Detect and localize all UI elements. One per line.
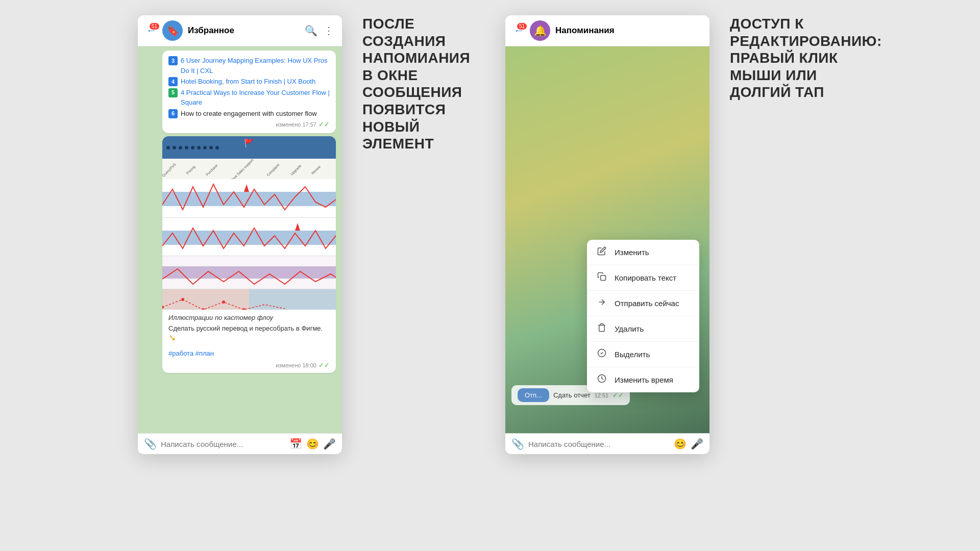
svg-point-4 [202,308,205,310]
link-item-5: 5 4 Practical Ways to Increase Your Cust… [168,88,330,108]
link-item-4: 4 Hotel Booking, from Start to Finish | … [168,77,330,87]
attachment-icon[interactable]: 📎 [144,438,157,450]
left-message-input[interactable] [161,440,285,448]
right-annotation-text: ДОСТУП К РЕДАКТИРОВАНИЮ: ПРАВЫЙ КЛИК МЫШ… [730,15,842,101]
left-input-bar: 📎 📅 😊 🎤 [138,433,342,454]
left-header: ← 51 🔖 Избранное 🔍 ⋮ [138,15,342,46]
left-header-icons: 🔍 ⋮ [305,24,334,37]
select-icon [596,348,607,360]
svg-point-6 [242,308,246,310]
context-edit-label: Изменить [615,248,649,257]
right-badge: 51 [517,23,527,30]
context-delete-label: Удалить [615,324,644,333]
left-back-button[interactable]: ← 51 [146,24,157,37]
context-menu: Изменить Копировать текст [587,240,699,392]
right-header: ← 51 🔔 Напоминания [505,15,709,46]
mic-icon[interactable]: 🎤 [323,438,336,450]
left-telegram-window: ← 51 🔖 Избранное 🔍 ⋮ 3 6 User Journey Ma… [138,15,342,454]
svg-point-5 [222,300,225,304]
right-message-input[interactable] [528,440,670,448]
report-label: Сдать отчет [553,391,591,399]
edit-icon [596,246,607,258]
context-menu-item-copy[interactable]: Копировать текст [587,265,699,291]
yellow-arrow-icon: ➘ [168,333,176,343]
calendar-icon[interactable]: 📅 [289,438,302,450]
image-message-bubble: 🚩 Query/PoS Pricing Purchase Post Sales … [162,136,336,373]
context-send-label: Отправить сейчас [615,299,679,308]
menu-icon[interactable]: ⋮ [324,24,334,37]
link-item-6: 6 How to create engagement with customer… [168,109,330,119]
emoji-icon[interactable]: 😊 [306,438,319,450]
svg-rect-7 [601,276,606,281]
right-input-bar: 📎 😊 🎤 [505,433,709,454]
hashtags: #работа #план [162,347,336,358]
context-menu-item-select[interactable]: Выделить [587,342,699,367]
left-avatar: 🔖 [162,20,183,41]
report-checkmarks: ✓✓ [612,391,624,399]
right-mic-icon[interactable]: 🎤 [691,438,703,450]
right-annotation: ДОСТУП К РЕДАКТИРОВАНИЮ: ПРАВЫЙ КЛИК МЫШ… [720,15,842,142]
right-messages-area: Отп... Сдать отчет 12:51 ✓✓ Изменить [505,46,709,433]
context-menu-item-edit[interactable]: Изменить [587,240,699,265]
left-title: Избранное [188,26,300,36]
link-item-3: 3 6 User Journey Mapping Examples: How U… [168,56,330,76]
right-attachment-icon[interactable]: 📎 [511,438,524,450]
middle-annotation-text: ПОСЛЕ СОЗДАНИЯ НАПОМИАНИЯ В ОКНЕ СООБЩЕН… [362,15,485,153]
context-menu-item-send[interactable]: Отправить сейчас [587,291,699,316]
svg-marker-1 [295,223,300,231]
image-subcaption: Сделать русский перевод и пересобрать в … [162,323,336,347]
left-messages-area: 3 6 User Journey Mapping Examples: How U… [138,46,342,433]
search-icon[interactable]: 🔍 [305,24,317,37]
links-message-bubble: 3 6 User Journey Mapping Examples: How U… [162,51,336,133]
middle-annotation: ПОСЛЕ СОЗДАНИЯ НАПОМИАНИЯ В ОКНЕ СООБЩЕН… [352,15,495,193]
image-message-time: изменено 18:00 ✓✓ [162,360,336,373]
report-time: 12:51 [595,392,609,398]
links-message-time: изменено 17:57 ✓✓ [168,120,330,128]
right-back-button[interactable]: ← 51 [513,24,525,37]
right-emoji-icon[interactable]: 😊 [674,438,687,450]
right-avatar: 🔔 [530,20,550,41]
context-menu-item-change-time[interactable]: Изменить время [587,367,699,392]
context-time-label: Изменить время [615,375,673,384]
svg-marker-0 [244,184,249,192]
time-icon [596,374,607,386]
customer-flow-image: 🚩 Query/PoS Pricing Purchase Post Sales … [162,136,336,310]
left-badge: 51 [150,23,159,30]
image-caption: Иллюстрации по кастомер флоу [162,310,336,323]
svg-point-2 [162,306,164,309]
right-telegram-window: ← 51 🔔 Напоминания Отп... Сдать отчет 12… [505,15,709,454]
copy-icon [596,272,607,284]
delete-icon [596,323,607,335]
right-title: Напоминания [555,26,701,36]
context-select-label: Выделить [615,350,650,359]
context-menu-item-delete[interactable]: Удалить [587,316,699,342]
message-links: 3 6 User Journey Mapping Examples: How U… [168,56,330,118]
context-copy-label: Копировать текст [615,273,676,282]
ot-button[interactable]: Отп... [518,388,549,402]
send-icon [596,297,607,309]
svg-point-3 [181,298,184,301]
